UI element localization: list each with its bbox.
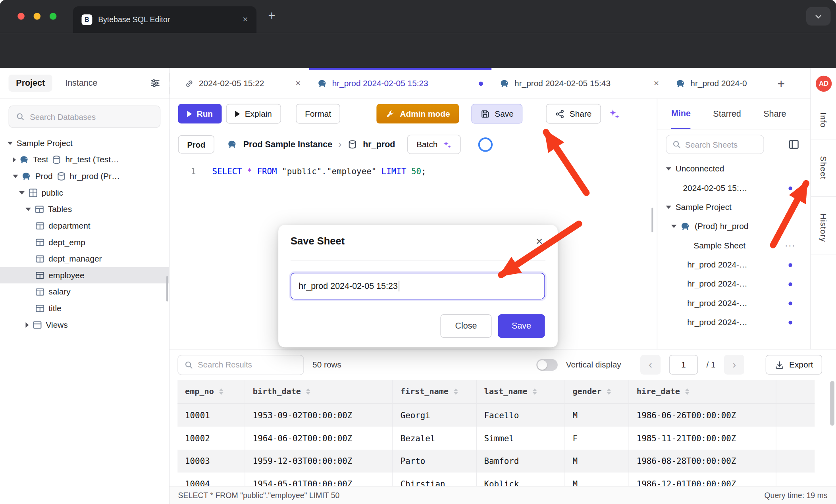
tree-item-sample-project[interactable]: Sample Project: [0, 135, 169, 152]
editor-tab-4[interactable]: hr_prod 2024-0: [668, 68, 772, 99]
table-label: dept_manager: [48, 254, 102, 264]
tree-label: Tables: [48, 204, 72, 214]
database-search-input[interactable]: [30, 112, 154, 121]
sort-icon[interactable]: [607, 389, 611, 395]
new-sheet-tab-button[interactable]: +: [777, 76, 785, 91]
sheet-item-sample-sheet[interactable]: Sample Sheet ···: [657, 236, 810, 255]
sheet-group-unconnected[interactable]: Unconnected: [657, 159, 810, 178]
editor-tab-3[interactable]: hr_prod 2024-02-05 15:43 ×: [491, 68, 667, 99]
sheet-item[interactable]: hr_prod 2024-…: [657, 294, 810, 313]
cell: 1964-06-02T00:00:00Z: [245, 427, 393, 450]
sort-icon[interactable]: [454, 389, 458, 395]
column-header-last_name[interactable]: last_name: [477, 380, 565, 403]
maximize-window-button[interactable]: [50, 13, 56, 19]
column-header-birth_date[interactable]: birth_date: [245, 380, 393, 403]
tab-instance[interactable]: Instance: [65, 78, 97, 88]
editor-tab-2-active[interactable]: hr_prod 2024-02-05 15:23: [309, 68, 491, 99]
sheet-search-input[interactable]: [685, 140, 758, 149]
tab-project[interactable]: Project: [8, 75, 52, 92]
sidebar-resize-handle[interactable]: [166, 276, 168, 301]
table-row[interactable]: 10003 1959-12-03T00:00:00Z Parto Bamford…: [177, 450, 815, 473]
explain-button[interactable]: Explain: [226, 104, 281, 124]
editor-tab-1[interactable]: 2024-02-05 15:22 ×: [176, 68, 309, 99]
filter-sliders-icon[interactable]: [150, 78, 160, 88]
table-row[interactable]: 10001 1953-09-02T00:00:00Z Georgi Facell…: [177, 404, 815, 427]
admin-mode-button[interactable]: Admin mode: [376, 104, 459, 124]
browser-tab[interactable]: B Bytebase SQL Editor ×: [73, 6, 256, 33]
dialog-save-button[interactable]: Save: [498, 314, 545, 338]
more-options-icon[interactable]: ···: [785, 240, 796, 251]
database-name[interactable]: hr_prod: [363, 140, 395, 149]
tree-item-views-group[interactable]: Views: [0, 316, 169, 333]
column-header-first_name[interactable]: first_name: [393, 380, 477, 403]
column-header-gender[interactable]: gender: [565, 380, 629, 403]
export-button[interactable]: Export: [766, 355, 822, 375]
new-tab-button[interactable]: +: [268, 8, 275, 23]
collapse-panel-icon[interactable]: [788, 139, 800, 150]
tree-item-table-dept_emp[interactable]: dept_emp: [0, 234, 169, 250]
table-row[interactable]: 10002 1964-06-02T00:00:00Z Bezalel Simme…: [177, 427, 815, 450]
table-scrollbar[interactable]: [830, 381, 834, 485]
table-header-row: emp_no birth_date first_name last_name g…: [177, 380, 815, 404]
sheet-name-input[interactable]: hr_prod 2024-02-05 15:23: [291, 273, 545, 299]
tree-item-table-salary[interactable]: salary: [0, 283, 169, 300]
tree-item-table-title[interactable]: title: [0, 300, 169, 317]
vertical-display-toggle[interactable]: [536, 359, 558, 371]
avatar[interactable]: AD: [816, 76, 832, 92]
sheet-search-box[interactable]: [666, 135, 764, 154]
sheet-item[interactable]: hr_prod 2024-…: [657, 255, 810, 274]
panel-resize-handle[interactable]: [651, 208, 653, 233]
close-tab-icon[interactable]: ×: [654, 78, 659, 89]
sort-icon[interactable]: [533, 389, 537, 395]
environment-chip[interactable]: Prod: [178, 135, 215, 154]
results-search-box[interactable]: [177, 354, 304, 375]
sort-icon[interactable]: [306, 389, 310, 395]
tab-shared[interactable]: Share: [763, 98, 786, 129]
save-button[interactable]: Save: [471, 104, 522, 124]
sheet-item[interactable]: hr_prod 2024-…: [657, 313, 810, 332]
tree-item-table-department[interactable]: department: [0, 217, 169, 234]
minimize-window-button[interactable]: [34, 13, 40, 19]
sheet-connection[interactable]: (Prod) hr_prod: [657, 217, 810, 236]
save-icon: [480, 109, 490, 119]
sort-icon[interactable]: [685, 389, 690, 395]
sheet-item[interactable]: hr_prod 2024-…: [657, 274, 810, 293]
run-button[interactable]: Run: [178, 104, 222, 124]
page-number-input[interactable]: [669, 355, 698, 375]
close-window-button[interactable]: [17, 13, 24, 19]
tab-close-icon[interactable]: ×: [243, 14, 248, 25]
instance-name[interactable]: Prod Sample Instance: [243, 140, 333, 149]
tab-mine[interactable]: Mine: [671, 98, 691, 129]
share-button[interactable]: Share: [546, 104, 601, 124]
unsaved-dot-icon: [788, 301, 792, 305]
format-button[interactable]: Format: [296, 104, 340, 124]
next-page-button[interactable]: ›: [724, 355, 744, 375]
tab-starred[interactable]: Starred: [713, 98, 741, 129]
column-header-emp_no[interactable]: emp_no: [177, 380, 245, 403]
sheet-item[interactable]: 2024-02-05 15:…: [657, 179, 810, 198]
annotation-circle: [478, 137, 492, 152]
database-search-box[interactable]: [8, 106, 160, 128]
close-tab-icon[interactable]: ×: [295, 78, 300, 89]
sort-icon[interactable]: [219, 389, 223, 395]
prev-page-button[interactable]: ‹: [640, 355, 661, 375]
cell: 1986-06-26T00:00:00Z: [629, 404, 776, 427]
tree-item-schema-public[interactable]: public: [0, 185, 169, 201]
close-dialog-icon[interactable]: ×: [536, 235, 543, 248]
strip-tab-info[interactable]: Info: [811, 100, 836, 140]
sheet-group-sample-project[interactable]: Sample Project: [657, 198, 810, 217]
strip-tab-sheet[interactable]: Sheet: [811, 147, 836, 189]
results-search-input[interactable]: [198, 360, 297, 369]
tree-item-tables-group[interactable]: Tables: [0, 201, 169, 217]
tab-list-chevron-button[interactable]: [806, 7, 831, 25]
tree-item-table-employee[interactable]: employee: [0, 267, 169, 284]
tree-item-instance-test[interactable]: Test hr_test (Test…: [0, 151, 169, 168]
close-button[interactable]: Close: [440, 314, 491, 338]
table-row[interactable]: 10004 1954-05-01T00:00:00Z Chirstian Kob…: [177, 473, 815, 486]
tree-item-table-dept_manager[interactable]: dept_manager: [0, 250, 169, 267]
tree-item-instance-prod[interactable]: Prod hr_prod (Pr…: [0, 168, 169, 185]
strip-tab-history[interactable]: History: [811, 202, 836, 254]
batch-button[interactable]: Batch: [407, 135, 460, 154]
column-header-hire_date[interactable]: hire_date: [629, 380, 776, 403]
ai-sparkle-button[interactable]: [605, 104, 623, 124]
